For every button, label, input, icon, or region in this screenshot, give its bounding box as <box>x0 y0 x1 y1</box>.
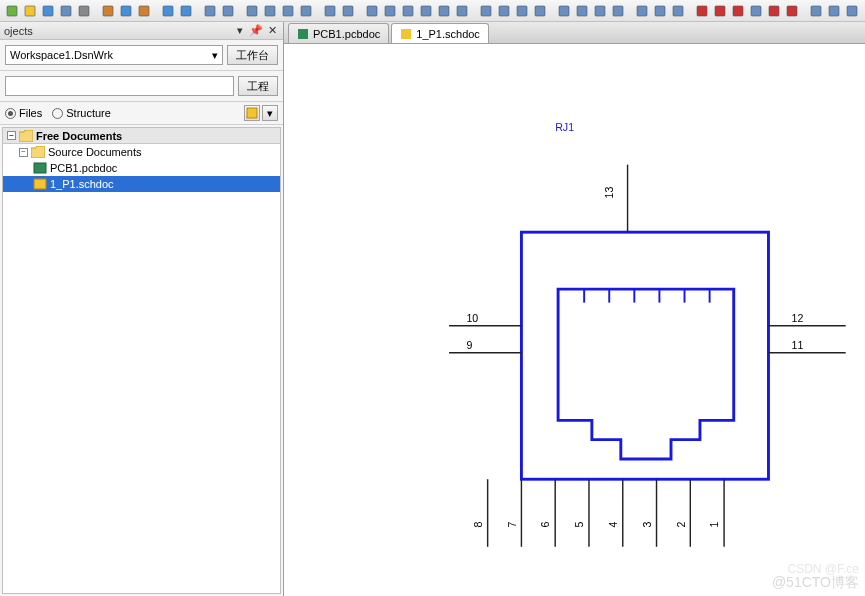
rotate-right-icon[interactable] <box>496 3 512 19</box>
svg-rect-42 <box>829 6 839 16</box>
designator-text: RJ1 <box>555 121 574 133</box>
svg-rect-49 <box>401 29 411 39</box>
port-icon[interactable] <box>748 3 764 19</box>
layer-up-icon[interactable] <box>556 3 572 19</box>
highlight-icon[interactable] <box>844 3 860 19</box>
gnd-icon[interactable] <box>784 3 800 19</box>
measure-icon[interactable] <box>634 3 650 19</box>
radio-structure[interactable] <box>52 108 63 119</box>
workspace-combo[interactable]: Workspace1.DsnWrk ▾ <box>5 45 223 65</box>
tab-pcb[interactable]: PCB1.pcbdoc <box>288 23 389 43</box>
workspace-button[interactable]: 工作台 <box>227 45 278 65</box>
svg-rect-10 <box>205 6 215 16</box>
snap-icon[interactable] <box>340 3 356 19</box>
grid-icon[interactable] <box>322 3 338 19</box>
flip-h-icon[interactable] <box>514 3 530 19</box>
copy-icon[interactable] <box>118 3 134 19</box>
group-icon[interactable] <box>592 3 608 19</box>
document-tabs: PCB1.pcbdoc 1_P1.schdoc <box>284 22 865 44</box>
move-icon[interactable] <box>220 3 236 19</box>
svg-rect-13 <box>265 6 275 16</box>
svg-rect-15 <box>301 6 311 16</box>
svg-rect-17 <box>343 6 353 16</box>
svg-rect-7 <box>139 6 149 16</box>
compile-icon[interactable] <box>670 3 686 19</box>
pin-icon[interactable]: 📌 <box>249 24 263 38</box>
pin-label-bottom: 2 <box>675 521 687 527</box>
svg-rect-21 <box>421 6 431 16</box>
net-icon[interactable] <box>694 3 710 19</box>
panel-menu-icon[interactable]: ▾ <box>233 24 247 38</box>
tree-doc-pcb[interactable]: PCB1.pcbdoc <box>3 160 280 176</box>
chevron-down-icon: ▾ <box>212 49 218 62</box>
save-icon[interactable] <box>40 3 56 19</box>
collapse-icon[interactable]: − <box>7 131 16 140</box>
tree-folder[interactable]: − Source Documents <box>3 144 280 160</box>
svg-rect-31 <box>613 6 623 16</box>
bus-icon[interactable] <box>730 3 746 19</box>
align-top-icon[interactable] <box>400 3 416 19</box>
options-dropdown-icon[interactable]: ▾ <box>262 105 278 121</box>
cut-icon[interactable] <box>100 3 116 19</box>
compile-icon[interactable] <box>244 105 260 121</box>
radio-structure-label[interactable]: Structure <box>66 107 111 119</box>
redo-icon[interactable] <box>178 3 194 19</box>
open-icon[interactable] <box>22 3 38 19</box>
rotate-left-icon[interactable] <box>478 3 494 19</box>
undo-icon[interactable] <box>160 3 176 19</box>
zoom-in-icon[interactable] <box>280 3 296 19</box>
align-bottom-icon[interactable] <box>418 3 434 19</box>
svg-rect-6 <box>121 6 131 16</box>
schematic-canvas[interactable]: RJ113109121187654321 CSDN @F.ce @51CTO博客 <box>284 44 865 596</box>
align-left-icon[interactable] <box>364 3 380 19</box>
svg-rect-45 <box>247 108 257 118</box>
cross-probe-icon[interactable] <box>826 3 842 19</box>
svg-rect-24 <box>481 6 491 16</box>
flip-v-icon[interactable] <box>532 3 548 19</box>
project-path-input[interactable] <box>5 76 234 96</box>
radio-files-label[interactable]: Files <box>19 107 42 119</box>
tree-doc-sch[interactable]: 1_P1.schdoc <box>3 176 280 192</box>
svg-rect-36 <box>715 6 725 16</box>
save-all-icon[interactable] <box>58 3 74 19</box>
svg-rect-0 <box>7 6 17 16</box>
select-icon[interactable] <box>202 3 218 19</box>
svg-rect-11 <box>223 6 233 16</box>
wire-icon[interactable] <box>712 3 728 19</box>
svg-rect-2 <box>43 6 53 16</box>
pin-label-bottom: 7 <box>506 521 518 527</box>
annotate-icon[interactable] <box>808 3 824 19</box>
pin-label-bottom: 4 <box>607 521 619 527</box>
svg-rect-4 <box>79 6 89 16</box>
zoom-window-icon[interactable] <box>244 3 260 19</box>
pin-label-bottom: 5 <box>573 521 585 527</box>
ungroup-icon[interactable] <box>610 3 626 19</box>
tree-category[interactable]: − Free Documents <box>3 128 280 144</box>
paste-icon[interactable] <box>136 3 152 19</box>
align-right-icon[interactable] <box>382 3 398 19</box>
distribute-v-icon[interactable] <box>454 3 470 19</box>
svg-rect-12 <box>247 6 257 16</box>
radio-files[interactable] <box>5 108 16 119</box>
zoom-fit-icon[interactable] <box>262 3 278 19</box>
zoom-out-icon[interactable] <box>298 3 314 19</box>
svg-rect-18 <box>367 6 377 16</box>
pin-label-right: 11 <box>792 339 804 351</box>
tab-sch[interactable]: 1_P1.schdoc <box>391 23 489 43</box>
layer-down-icon[interactable] <box>574 3 590 19</box>
svg-rect-47 <box>34 179 46 189</box>
close-panel-icon[interactable]: ✕ <box>265 24 279 38</box>
project-button[interactable]: 工程 <box>238 76 278 96</box>
sch-doc-icon <box>33 178 47 190</box>
collapse-icon[interactable]: − <box>19 148 28 157</box>
power-icon[interactable] <box>766 3 782 19</box>
svg-rect-22 <box>439 6 449 16</box>
print-icon[interactable] <box>76 3 92 19</box>
svg-rect-34 <box>673 6 683 16</box>
new-icon[interactable] <box>4 3 20 19</box>
svg-rect-40 <box>787 6 797 16</box>
svg-rect-46 <box>34 163 46 173</box>
pin-label-bottom: 3 <box>641 521 653 527</box>
drc-icon[interactable] <box>652 3 668 19</box>
distribute-h-icon[interactable] <box>436 3 452 19</box>
